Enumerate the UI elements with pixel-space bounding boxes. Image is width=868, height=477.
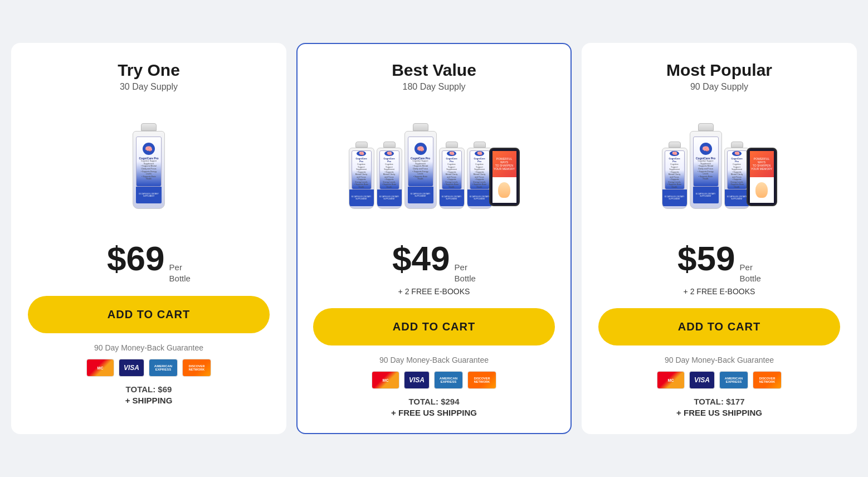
discover-icon: DISCOVERNETWORK: [467, 371, 496, 389]
shipping-text: + FREE US SHIPPING: [391, 408, 477, 417]
visa-icon: VISA: [689, 371, 715, 389]
bottle-illustration: 🧠 CogniCare Pro Cognitive Support Supple…: [724, 142, 750, 209]
price-row: $59 PerBottle: [677, 241, 761, 284]
product-image: 🧠 CogniCare Pro Cognitive Support Supple…: [313, 102, 555, 230]
pricing-container: Try One 30 Day Supply 🧠 CogniCare Pro Co…: [11, 43, 857, 434]
phone-mockup: POWERFUL WAYSTO SHARPENYOUR MEMORY: [747, 148, 777, 206]
discover-icon: DISCOVERNETWORK: [182, 359, 211, 377]
product-image: 🧠 CogniCare Pro Cognitive Support Supple…: [28, 102, 270, 230]
total-text: TOTAL: $177: [694, 397, 744, 406]
price-row: $69 PerBottle: [107, 241, 191, 284]
free-ebooks-label: + 2 FREE E-BOOKS: [398, 287, 470, 296]
bottle-illustration: 🧠 CogniCare Pro Cognitive Support Supple…: [690, 123, 722, 209]
guarantee-text: 90 Day Money-Back Guarantee: [665, 356, 774, 364]
pricing-card-try-one: Try One 30 Day Supply 🧠 CogniCare Pro Co…: [11, 43, 286, 434]
discover-icon: DISCOVERNETWORK: [753, 371, 782, 389]
price-value: $59: [677, 241, 735, 276]
card-subtitle: 90 Day Supply: [690, 82, 748, 92]
card-title: Best Value: [392, 61, 476, 80]
amex-icon: AMERICANEXPRESS: [149, 359, 178, 377]
price-label: PerBottle: [740, 262, 761, 284]
pricing-card-best-value: Best Value 180 Day Supply 🧠 CogniCare Pr…: [296, 43, 572, 434]
add-to-cart-button[interactable]: ADD TO CART: [28, 296, 270, 333]
add-to-cart-button[interactable]: ADD TO CART: [313, 308, 555, 345]
price-row: $49 PerBottle: [392, 241, 476, 284]
bottle-illustration: 🧠 CogniCare Pro Cognitive Support Supple…: [439, 142, 465, 209]
payment-icons: MC VISA AMERICANEXPRESS DISCOVERNETWORK: [86, 359, 211, 377]
free-ebooks-label: + 2 FREE E-BOOKS: [684, 287, 755, 296]
product-image: 🧠 CogniCare Pro Cognitive Support Supple…: [598, 102, 840, 230]
guarantee-text: 90 Day Money-Back Guarantee: [94, 343, 203, 352]
amex-icon: AMERICANEXPRESS: [434, 371, 463, 389]
total-text: TOTAL: $69: [126, 384, 172, 394]
mastercard-icon: MC: [372, 371, 399, 389]
bottle-illustration: 🧠 CogniCare Pro Cognitive Support Supple…: [404, 123, 437, 209]
price-label: PerBottle: [169, 262, 191, 284]
guarantee-text: 90 Day Money-Back Guarantee: [379, 356, 489, 364]
payment-icons: MC VISA AMERICANEXPRESS DISCOVERNETWORK: [657, 371, 782, 389]
price-value: $69: [107, 241, 164, 276]
add-to-cart-button[interactable]: ADD TO CART: [598, 308, 840, 345]
phone-mockup: POWERFUL WAYSTO SHARPENYOUR MEMORY: [489, 148, 520, 206]
price-label: PerBottle: [455, 262, 476, 284]
bottle-illustration: 🧠 CogniCare Pro Cognitive Support Supple…: [133, 123, 165, 209]
card-subtitle: 180 Day Supply: [403, 82, 466, 92]
amex-icon: AMERICANEXPRESS: [719, 371, 748, 389]
payment-icons: MC VISA AMERICANEXPRESS DISCOVERNETWORK: [372, 371, 496, 389]
total-text: TOTAL: $294: [408, 397, 459, 406]
card-subtitle: 30 Day Supply: [120, 82, 178, 92]
price-value: $49: [392, 241, 450, 276]
bottle-illustration: 🧠 CogniCare Pro Cognitive Support Supple…: [662, 142, 687, 209]
bottle-illustration: 🧠 CogniCare Pro Cognitive Support Supple…: [467, 142, 492, 209]
pricing-card-most-popular: Most Popular 90 Day Supply 🧠 CogniCare P…: [582, 43, 857, 434]
visa-icon: VISA: [404, 371, 430, 389]
bottle-illustration: 🧠 CogniCare Pro Cognitive Support Supple…: [377, 142, 402, 209]
shipping-text: + SHIPPING: [125, 396, 173, 405]
mastercard-icon: MC: [86, 359, 114, 377]
mastercard-icon: MC: [657, 371, 685, 389]
visa-icon: VISA: [119, 359, 144, 377]
bottle-illustration: 🧠 CogniCare Pro Cognitive Support Supple…: [349, 142, 374, 209]
shipping-text: + FREE US SHIPPING: [676, 408, 762, 417]
card-title: Try One: [118, 61, 180, 80]
card-title: Most Popular: [666, 61, 772, 80]
